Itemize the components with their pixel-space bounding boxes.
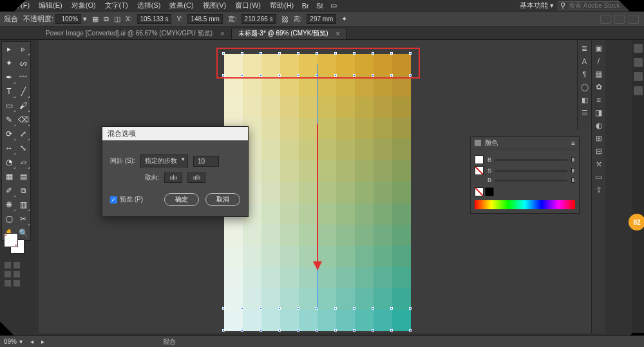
- slider-1[interactable]: [495, 159, 567, 161]
- artboard-nav-next-icon[interactable]: ▸: [41, 338, 44, 345]
- fill-stroke-swatch[interactable]: [4, 233, 28, 258]
- close-icon[interactable]: ×: [220, 30, 224, 37]
- mesh-tool[interactable]: ▦: [2, 169, 16, 183]
- blend-options-dialog[interactable]: 混合选项 间距 (S): 指定的步数 10 取向: ıılıı ııllı ✓ …: [102, 126, 249, 217]
- menu-extra-icon[interactable]: ▭: [327, 1, 340, 10]
- shape-mode-icon[interactable]: ◫: [114, 15, 120, 23]
- symbol-sprayer-tool[interactable]: ❋: [2, 198, 16, 212]
- opacity-value[interactable]: 100%: [55, 14, 81, 24]
- transform-panel-icon[interactable]: ⤧: [593, 158, 605, 170]
- eraser-tool[interactable]: ⌫: [16, 113, 30, 127]
- menu-type[interactable]: 文字(T): [101, 0, 132, 11]
- gradient-panel-icon[interactable]: ◨: [593, 107, 605, 118]
- menu-view[interactable]: 视图(V): [199, 0, 231, 11]
- transparency-icon[interactable]: ◐: [593, 120, 605, 131]
- slider-3[interactable]: [495, 180, 567, 182]
- document-tab-1[interactable]: Power Image [Converted].ai @ 66.67% (CMY…: [39, 28, 231, 39]
- color-mode-none[interactable]: [4, 270, 12, 278]
- graphic-styles-icon[interactable]: ◧: [579, 94, 591, 106]
- blend-tool[interactable]: ⧉: [16, 183, 30, 198]
- rectangle-tool[interactable]: ▭: [2, 98, 16, 113]
- asset-export-icon[interactable]: ⇪: [593, 184, 605, 196]
- options-extra1-icon[interactable]: [600, 15, 611, 24]
- menu-window[interactable]: 窗口(W): [231, 0, 265, 11]
- thumb-1[interactable]: [571, 157, 575, 162]
- link-wh-icon[interactable]: ⛓: [281, 15, 289, 23]
- stroke-proxy[interactable]: [475, 166, 484, 175]
- bridge-icon[interactable]: Br: [299, 1, 312, 10]
- free-transform-tool[interactable]: ⤡: [16, 141, 30, 155]
- spacing-value-input[interactable]: 10: [193, 156, 219, 167]
- selection-tool[interactable]: ▸: [2, 42, 16, 56]
- menu-edit[interactable]: 编辑(E): [35, 0, 66, 11]
- swatches-icon[interactable]: ▦: [593, 68, 605, 80]
- menu-object[interactable]: 对象(O): [68, 0, 100, 11]
- menu-help[interactable]: 帮助(H): [266, 0, 298, 11]
- document-tab-2[interactable]: 未标题-3* @ 69% (CMYK/预览) ×: [231, 28, 346, 39]
- perspective-tool[interactable]: ▱: [16, 155, 30, 169]
- draw-mode-1[interactable]: [4, 279, 12, 287]
- artboard[interactable]: [224, 54, 411, 331]
- options-extra2-icon[interactable]: [614, 15, 625, 24]
- color-panel[interactable]: 颜色 ≡ B S B: [470, 136, 580, 214]
- type-tool[interactable]: T: [2, 84, 16, 98]
- none-swatch[interactable]: [475, 187, 484, 196]
- transform-icon[interactable]: ⧉: [104, 15, 109, 23]
- graph-tool[interactable]: ▥: [16, 198, 30, 212]
- preview-checkbox[interactable]: ✓ 预览 (P): [110, 195, 143, 204]
- panel-menu-icon[interactable]: ≡: [571, 140, 575, 147]
- libraries-icon[interactable]: ▣: [593, 42, 605, 54]
- fill-swatch[interactable]: [4, 233, 18, 247]
- shape-builder-tool[interactable]: ◔: [2, 155, 16, 169]
- ext-icon-3[interactable]: [634, 72, 643, 81]
- color-mode-normal[interactable]: [4, 261, 12, 269]
- y-value[interactable]: 148.5 mm: [187, 14, 222, 24]
- menu-effect[interactable]: 效果(C): [166, 0, 197, 11]
- properties-panel-icon[interactable]: ≣: [579, 42, 591, 54]
- direct-selection-tool[interactable]: ▹: [16, 42, 30, 56]
- paragraph-panel-icon[interactable]: ¶: [579, 68, 591, 80]
- artboard-tool[interactable]: ▢: [2, 212, 16, 226]
- notification-badge[interactable]: 82: [629, 214, 644, 230]
- appearance-panel-icon[interactable]: ◯: [579, 81, 591, 93]
- screen-mode[interactable]: [13, 270, 21, 278]
- menu-select[interactable]: 选择(S): [133, 0, 165, 11]
- thumb-2[interactable]: [571, 168, 575, 173]
- gradient-tool[interactable]: ▤: [16, 169, 30, 183]
- lasso-tool[interactable]: ᔕ: [16, 56, 30, 70]
- fill-proxy[interactable]: [475, 155, 484, 164]
- artboard-nav-prev-icon[interactable]: ◂: [30, 338, 33, 345]
- spectrum-bar[interactable]: [475, 200, 575, 209]
- align-panel-icon[interactable]: ⊞: [593, 133, 605, 144]
- w-value[interactable]: 210.266 s: [242, 14, 276, 24]
- pen-tool[interactable]: ✒: [2, 70, 16, 84]
- spacing-mode-select[interactable]: 指定的步数: [140, 155, 188, 167]
- x-value[interactable]: 105.133 s: [137, 14, 172, 24]
- stroke-panel-icon[interactable]: ≡: [593, 94, 605, 106]
- color-mode-gradient[interactable]: [13, 261, 21, 269]
- symbols-icon[interactable]: ✿: [593, 81, 605, 93]
- close-icon[interactable]: ×: [336, 30, 340, 37]
- paintbrush-tool[interactable]: 🖌: [16, 98, 30, 113]
- width-tool[interactable]: ↔: [2, 141, 16, 155]
- stock-icon[interactable]: St: [313, 1, 326, 10]
- ext-icon-4[interactable]: [634, 86, 643, 95]
- brushes-icon[interactable]: /: [593, 55, 605, 67]
- draw-mode-2[interactable]: [13, 279, 21, 287]
- orient-align-path-button[interactable]: ııllı: [187, 173, 205, 183]
- cancel-button[interactable]: 取消: [205, 193, 240, 206]
- eyedropper-tool[interactable]: ✐: [2, 183, 16, 198]
- magic-wand-tool[interactable]: ✦: [2, 56, 16, 70]
- slice-tool[interactable]: ✂: [16, 212, 30, 226]
- cc-libraries-icon[interactable]: [634, 44, 643, 53]
- workspace-switcher[interactable]: 基本功能 ▾: [517, 1, 556, 10]
- slider-2[interactable]: [495, 170, 567, 172]
- scale-tool[interactable]: ⤢: [16, 127, 30, 141]
- curvature-tool[interactable]: 〰: [16, 70, 30, 84]
- opacity-field[interactable]: 不透明度: 100% ▾: [23, 14, 87, 24]
- options-extra3-icon[interactable]: [629, 15, 639, 24]
- zoom-control[interactable]: 69% ▾: [4, 338, 23, 345]
- constrain-icon[interactable]: ✦: [341, 15, 347, 23]
- ok-button[interactable]: 确定: [164, 193, 199, 206]
- thumb-3[interactable]: [571, 178, 575, 183]
